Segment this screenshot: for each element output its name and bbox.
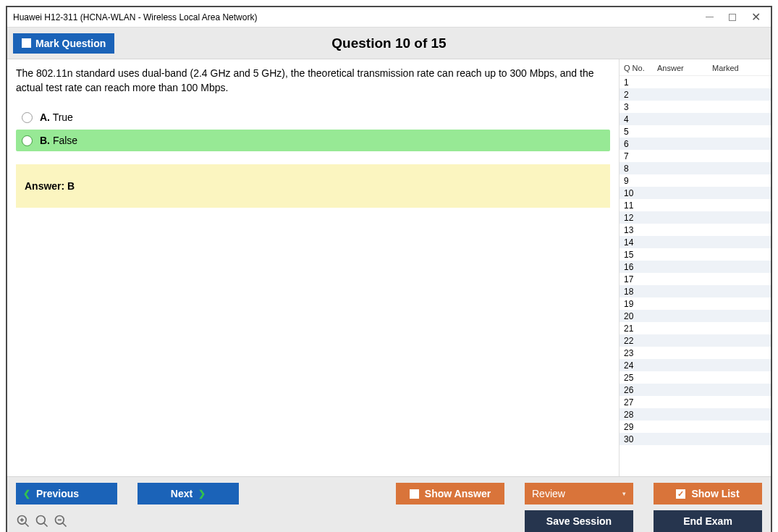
show-list-button[interactable]: ✓ Show List xyxy=(654,483,762,504)
sidebar-row[interactable]: 4 xyxy=(620,113,771,125)
sidebar-row[interactable]: 1 xyxy=(620,76,771,88)
show-answer-button[interactable]: Show Answer xyxy=(396,483,504,504)
sidebar-row-num: 19 xyxy=(624,299,657,309)
close-icon[interactable]: ✕ xyxy=(750,12,761,22)
sidebar-row-num: 16 xyxy=(624,262,657,272)
sidebar-row[interactable]: 18 xyxy=(620,285,771,297)
window-controls: ✕ xyxy=(704,12,765,22)
chevron-left-icon: ❮ xyxy=(23,489,30,499)
svg-line-1 xyxy=(25,523,29,527)
mark-question-button[interactable]: Mark Question xyxy=(13,33,114,54)
sidebar-row-num: 17 xyxy=(624,274,657,284)
sidebar-row[interactable]: 11 xyxy=(620,199,771,211)
topbar: Mark Question Question 10 of 15 xyxy=(7,28,771,59)
end-exam-button[interactable]: End Exam xyxy=(654,510,762,532)
sidebar-row-num: 26 xyxy=(624,385,657,395)
sidebar-row[interactable]: 8 xyxy=(620,162,771,174)
sidebar-row[interactable]: 22 xyxy=(620,334,771,347)
body: The 802.11n standard uses dual-band (2.4… xyxy=(7,59,771,476)
svg-line-7 xyxy=(63,523,67,527)
sidebar-row-num: 9 xyxy=(624,176,657,186)
sidebar-row-num: 15 xyxy=(624,250,657,260)
sidebar-row-num: 7 xyxy=(624,151,657,161)
sidebar-row[interactable]: 14 xyxy=(620,236,771,248)
sidebar-row[interactable]: 19 xyxy=(620,297,771,310)
sidebar-row-num: 23 xyxy=(624,348,657,358)
sidebar-row[interactable]: 9 xyxy=(620,174,771,187)
sidebar-row-num: 21 xyxy=(624,324,657,334)
option-row[interactable]: B. False xyxy=(16,130,610,151)
show-list-label: Show List xyxy=(691,488,739,499)
sidebar-row[interactable]: 24 xyxy=(620,359,771,371)
answer-box: Answer: B xyxy=(16,164,610,208)
sidebar-row-num: 4 xyxy=(624,114,657,124)
bottom-row-2: Save Session End Exam xyxy=(16,510,762,532)
sidebar-row[interactable]: 26 xyxy=(620,384,771,396)
answer-label: Answer: B xyxy=(25,180,75,192)
question-counter: Question 10 of 15 xyxy=(331,35,446,51)
sidebar-row-num: 24 xyxy=(624,360,657,371)
question-panel: The 802.11n standard uses dual-band (2.4… xyxy=(7,59,619,476)
zoom-reset-icon[interactable] xyxy=(35,514,49,528)
sidebar-row-num: 27 xyxy=(624,397,657,408)
sidebar-row[interactable]: 15 xyxy=(620,248,771,261)
sidebar-row[interactable]: 10 xyxy=(620,187,771,199)
sidebar-row[interactable]: 3 xyxy=(620,101,771,113)
zoom-controls xyxy=(16,514,68,528)
sidebar-row[interactable]: 30 xyxy=(620,433,771,445)
maximize-icon[interactable] xyxy=(727,12,737,22)
sidebar-row[interactable]: 28 xyxy=(620,408,771,421)
sidebar-list[interactable]: 1234567891011121314151617181920212223242… xyxy=(620,76,771,476)
sidebar-row-num: 8 xyxy=(624,164,657,174)
mark-question-label: Mark Question xyxy=(35,38,106,49)
sidebar-row[interactable]: 5 xyxy=(620,125,771,138)
question-list-sidebar: Q No. Answer Marked 12345678910111213141… xyxy=(619,59,771,476)
sidebar-row[interactable]: 29 xyxy=(620,421,771,433)
review-button[interactable]: Review ▾ xyxy=(525,483,633,504)
sidebar-row-num: 6 xyxy=(624,139,657,149)
sidebar-row[interactable]: 2 xyxy=(620,88,771,101)
sidebar-row[interactable]: 25 xyxy=(620,371,771,384)
sidebar-row-num: 22 xyxy=(624,336,657,346)
next-label: Next xyxy=(171,488,193,499)
sidebar-row-num: 10 xyxy=(624,188,657,198)
sidebar-row[interactable]: 27 xyxy=(620,396,771,408)
svg-point-4 xyxy=(37,516,46,525)
checkbox-checked-icon: ✓ xyxy=(676,489,685,499)
sidebar-row[interactable]: 12 xyxy=(620,211,771,224)
radio-icon xyxy=(22,135,33,146)
svg-line-5 xyxy=(44,523,48,527)
sidebar-row[interactable]: 7 xyxy=(620,150,771,162)
next-button[interactable]: Next ❯ xyxy=(138,483,239,504)
previous-button[interactable]: ❮ Previous xyxy=(16,483,117,504)
zoom-out-icon[interactable] xyxy=(54,514,68,528)
question-text: The 802.11n standard uses dual-band (2.4… xyxy=(16,67,610,95)
sidebar-row-num: 18 xyxy=(624,287,657,297)
sidebar-header: Q No. Answer Marked xyxy=(620,59,771,76)
checkbox-icon xyxy=(22,38,31,48)
zoom-in-icon[interactable] xyxy=(16,514,30,528)
sidebar-row[interactable]: 16 xyxy=(620,261,771,273)
checkbox-icon xyxy=(410,489,419,499)
sidebar-row[interactable]: 6 xyxy=(620,138,771,150)
sidebar-row-num: 14 xyxy=(624,237,657,248)
bottombar: ❮ Previous Next ❯ Show Answer Review ▾ ✓… xyxy=(7,476,771,532)
option-label: A. True xyxy=(40,111,73,123)
sidebar-row[interactable]: 21 xyxy=(620,322,771,334)
titlebar: Huawei H12-311 (HCNA-WLAN - Wireless Loc… xyxy=(7,7,771,28)
sidebar-row[interactable]: 17 xyxy=(620,273,771,285)
radio-icon xyxy=(22,112,33,123)
sidebar-row-num: 29 xyxy=(624,422,657,432)
sidebar-row[interactable]: 13 xyxy=(620,224,771,236)
app-window: Huawei H12-311 (HCNA-WLAN - Wireless Loc… xyxy=(6,6,772,532)
sidebar-row-num: 28 xyxy=(624,410,657,420)
minimize-icon[interactable] xyxy=(704,12,714,22)
option-row[interactable]: A. True xyxy=(16,106,610,128)
save-session-button[interactable]: Save Session xyxy=(525,510,633,532)
sidebar-row[interactable]: 20 xyxy=(620,310,771,322)
sidebar-row[interactable]: 23 xyxy=(620,347,771,359)
col-qno-label: Q No. xyxy=(624,64,657,72)
bottom-row-1: ❮ Previous Next ❯ Show Answer Review ▾ ✓… xyxy=(16,483,762,504)
col-answer-label: Answer xyxy=(657,64,712,72)
save-session-label: Save Session xyxy=(546,515,612,527)
